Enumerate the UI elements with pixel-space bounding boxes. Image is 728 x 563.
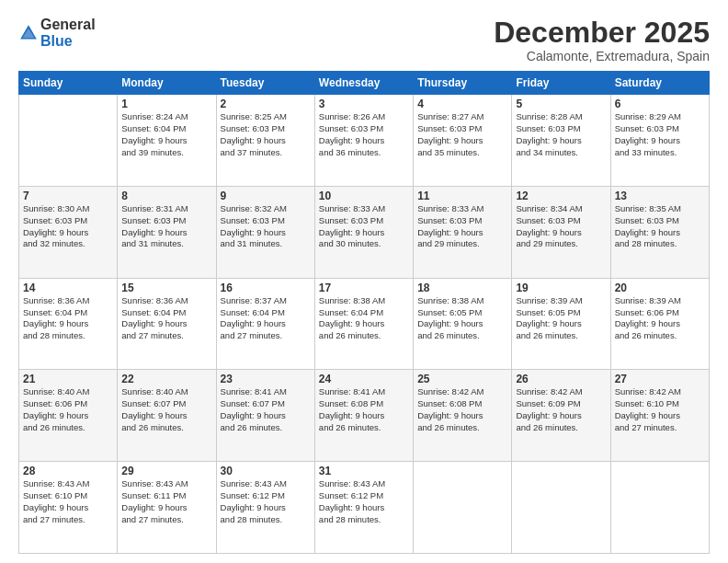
day-header-sunday: Sunday bbox=[19, 72, 118, 95]
calendar-cell: 23Sunrise: 8:41 AM Sunset: 6:07 PM Dayli… bbox=[216, 370, 314, 462]
calendar-cell: 7Sunrise: 8:30 AM Sunset: 6:03 PM Daylig… bbox=[19, 186, 118, 278]
day-number: 1 bbox=[121, 98, 211, 110]
calendar-cell: 24Sunrise: 8:41 AM Sunset: 6:08 PM Dayli… bbox=[314, 370, 413, 462]
day-number: 11 bbox=[417, 190, 507, 202]
week-row-3: 21Sunrise: 8:40 AM Sunset: 6:06 PM Dayli… bbox=[19, 370, 710, 462]
day-number: 27 bbox=[615, 373, 705, 385]
day-info: Sunrise: 8:33 AM Sunset: 6:03 PM Dayligh… bbox=[319, 203, 409, 250]
logo-blue-text: Blue bbox=[40, 33, 96, 50]
day-number: 15 bbox=[121, 282, 211, 294]
day-number: 25 bbox=[417, 373, 507, 385]
day-info: Sunrise: 8:43 AM Sunset: 6:12 PM Dayligh… bbox=[319, 478, 409, 525]
calendar-cell: 3Sunrise: 8:26 AM Sunset: 6:03 PM Daylig… bbox=[314, 95, 413, 187]
day-info: Sunrise: 8:29 AM Sunset: 6:03 PM Dayligh… bbox=[615, 111, 705, 158]
day-number: 24 bbox=[319, 373, 409, 385]
day-number: 13 bbox=[615, 190, 705, 202]
calendar-cell: 18Sunrise: 8:38 AM Sunset: 6:05 PM Dayli… bbox=[414, 278, 512, 370]
header: General Blue December 2025 Calamonte, Ex… bbox=[18, 17, 710, 63]
logo-general-text: General bbox=[40, 17, 96, 33]
day-number: 9 bbox=[221, 190, 311, 202]
calendar-cell: 20Sunrise: 8:39 AM Sunset: 6:06 PM Dayli… bbox=[610, 278, 709, 370]
day-info: Sunrise: 8:41 AM Sunset: 6:07 PM Dayligh… bbox=[221, 386, 311, 433]
calendar-cell: 8Sunrise: 8:31 AM Sunset: 6:03 PM Daylig… bbox=[118, 186, 216, 278]
day-header-wednesday: Wednesday bbox=[314, 72, 413, 95]
day-info: Sunrise: 8:42 AM Sunset: 6:09 PM Dayligh… bbox=[516, 386, 606, 433]
calendar-cell: 26Sunrise: 8:42 AM Sunset: 6:09 PM Dayli… bbox=[512, 370, 610, 462]
calendar-cell: 29Sunrise: 8:43 AM Sunset: 6:11 PM Dayli… bbox=[118, 462, 216, 554]
calendar-cell bbox=[19, 95, 118, 187]
day-info: Sunrise: 8:43 AM Sunset: 6:10 PM Dayligh… bbox=[23, 478, 113, 525]
calendar-cell bbox=[512, 462, 610, 554]
day-number: 18 bbox=[417, 282, 507, 294]
day-number: 12 bbox=[516, 190, 606, 202]
day-header-thursday: Thursday bbox=[414, 72, 512, 95]
day-info: Sunrise: 8:43 AM Sunset: 6:12 PM Dayligh… bbox=[221, 478, 311, 525]
location-subtitle: Calamonte, Extremadura, Spain bbox=[494, 49, 710, 63]
day-number: 8 bbox=[121, 190, 211, 202]
day-info: Sunrise: 8:30 AM Sunset: 6:03 PM Dayligh… bbox=[23, 203, 113, 250]
day-number: 7 bbox=[23, 190, 113, 202]
calendar-cell: 15Sunrise: 8:36 AM Sunset: 6:04 PM Dayli… bbox=[118, 278, 216, 370]
day-number: 2 bbox=[221, 98, 311, 110]
day-number: 10 bbox=[319, 190, 409, 202]
day-number: 6 bbox=[615, 98, 705, 110]
week-row-0: 1Sunrise: 8:24 AM Sunset: 6:04 PM Daylig… bbox=[19, 95, 710, 187]
day-info: Sunrise: 8:28 AM Sunset: 6:03 PM Dayligh… bbox=[516, 111, 606, 158]
day-info: Sunrise: 8:43 AM Sunset: 6:11 PM Dayligh… bbox=[121, 478, 211, 525]
day-number: 17 bbox=[319, 282, 409, 294]
week-row-1: 7Sunrise: 8:30 AM Sunset: 6:03 PM Daylig… bbox=[19, 186, 710, 278]
month-title: December 2025 bbox=[494, 17, 710, 49]
calendar-cell: 14Sunrise: 8:36 AM Sunset: 6:04 PM Dayli… bbox=[19, 278, 118, 370]
day-info: Sunrise: 8:27 AM Sunset: 6:03 PM Dayligh… bbox=[417, 111, 507, 158]
day-number: 20 bbox=[615, 282, 705, 294]
calendar-cell: 31Sunrise: 8:43 AM Sunset: 6:12 PM Dayli… bbox=[314, 462, 413, 554]
calendar-cell: 5Sunrise: 8:28 AM Sunset: 6:03 PM Daylig… bbox=[512, 95, 610, 187]
calendar-cell: 16Sunrise: 8:37 AM Sunset: 6:04 PM Dayli… bbox=[216, 278, 314, 370]
day-info: Sunrise: 8:38 AM Sunset: 6:05 PM Dayligh… bbox=[417, 295, 507, 342]
calendar-cell: 19Sunrise: 8:39 AM Sunset: 6:05 PM Dayli… bbox=[512, 278, 610, 370]
week-row-2: 14Sunrise: 8:36 AM Sunset: 6:04 PM Dayli… bbox=[19, 278, 710, 370]
day-info: Sunrise: 8:25 AM Sunset: 6:03 PM Dayligh… bbox=[221, 111, 311, 158]
calendar-cell: 10Sunrise: 8:33 AM Sunset: 6:03 PM Dayli… bbox=[314, 186, 413, 278]
day-number: 21 bbox=[23, 373, 113, 385]
day-info: Sunrise: 8:36 AM Sunset: 6:04 PM Dayligh… bbox=[121, 295, 211, 342]
calendar-cell: 13Sunrise: 8:35 AM Sunset: 6:03 PM Dayli… bbox=[610, 186, 709, 278]
day-number: 30 bbox=[221, 465, 311, 477]
day-number: 16 bbox=[221, 282, 311, 294]
calendar-cell: 11Sunrise: 8:33 AM Sunset: 6:03 PM Dayli… bbox=[414, 186, 512, 278]
calendar-cell: 9Sunrise: 8:32 AM Sunset: 6:03 PM Daylig… bbox=[216, 186, 314, 278]
calendar-cell: 6Sunrise: 8:29 AM Sunset: 6:03 PM Daylig… bbox=[610, 95, 709, 187]
day-number: 4 bbox=[417, 98, 507, 110]
day-header-monday: Monday bbox=[118, 72, 216, 95]
day-info: Sunrise: 8:33 AM Sunset: 6:03 PM Dayligh… bbox=[417, 203, 507, 250]
day-info: Sunrise: 8:26 AM Sunset: 6:03 PM Dayligh… bbox=[319, 111, 409, 158]
calendar-cell: 12Sunrise: 8:34 AM Sunset: 6:03 PM Dayli… bbox=[512, 186, 610, 278]
day-info: Sunrise: 8:42 AM Sunset: 6:08 PM Dayligh… bbox=[417, 386, 507, 433]
page: General Blue December 2025 Calamonte, Ex… bbox=[0, 0, 728, 563]
calendar-cell: 22Sunrise: 8:40 AM Sunset: 6:07 PM Dayli… bbox=[118, 370, 216, 462]
calendar-cell: 28Sunrise: 8:43 AM Sunset: 6:10 PM Dayli… bbox=[19, 462, 118, 554]
day-info: Sunrise: 8:40 AM Sunset: 6:06 PM Dayligh… bbox=[23, 386, 113, 433]
day-header-tuesday: Tuesday bbox=[216, 72, 314, 95]
day-number: 29 bbox=[121, 465, 211, 477]
day-header-friday: Friday bbox=[512, 72, 610, 95]
day-number: 5 bbox=[516, 98, 606, 110]
day-info: Sunrise: 8:40 AM Sunset: 6:07 PM Dayligh… bbox=[121, 386, 211, 433]
day-info: Sunrise: 8:42 AM Sunset: 6:10 PM Dayligh… bbox=[615, 386, 705, 433]
day-info: Sunrise: 8:41 AM Sunset: 6:08 PM Dayligh… bbox=[319, 386, 409, 433]
calendar-cell bbox=[414, 462, 512, 554]
calendar-cell: 30Sunrise: 8:43 AM Sunset: 6:12 PM Dayli… bbox=[216, 462, 314, 554]
day-number: 28 bbox=[23, 465, 113, 477]
calendar-cell: 2Sunrise: 8:25 AM Sunset: 6:03 PM Daylig… bbox=[216, 95, 314, 187]
calendar-cell: 1Sunrise: 8:24 AM Sunset: 6:04 PM Daylig… bbox=[118, 95, 216, 187]
day-info: Sunrise: 8:39 AM Sunset: 6:06 PM Dayligh… bbox=[615, 295, 705, 342]
day-number: 19 bbox=[516, 282, 606, 294]
day-number: 3 bbox=[319, 98, 409, 110]
day-info: Sunrise: 8:34 AM Sunset: 6:03 PM Dayligh… bbox=[516, 203, 606, 250]
day-info: Sunrise: 8:39 AM Sunset: 6:05 PM Dayligh… bbox=[516, 295, 606, 342]
calendar-cell: 17Sunrise: 8:38 AM Sunset: 6:04 PM Dayli… bbox=[314, 278, 413, 370]
title-block: December 2025 Calamonte, Extremadura, Sp… bbox=[494, 17, 710, 63]
calendar-cell: 27Sunrise: 8:42 AM Sunset: 6:10 PM Dayli… bbox=[610, 370, 709, 462]
day-info: Sunrise: 8:31 AM Sunset: 6:03 PM Dayligh… bbox=[121, 203, 211, 250]
day-info: Sunrise: 8:24 AM Sunset: 6:04 PM Dayligh… bbox=[121, 111, 211, 158]
